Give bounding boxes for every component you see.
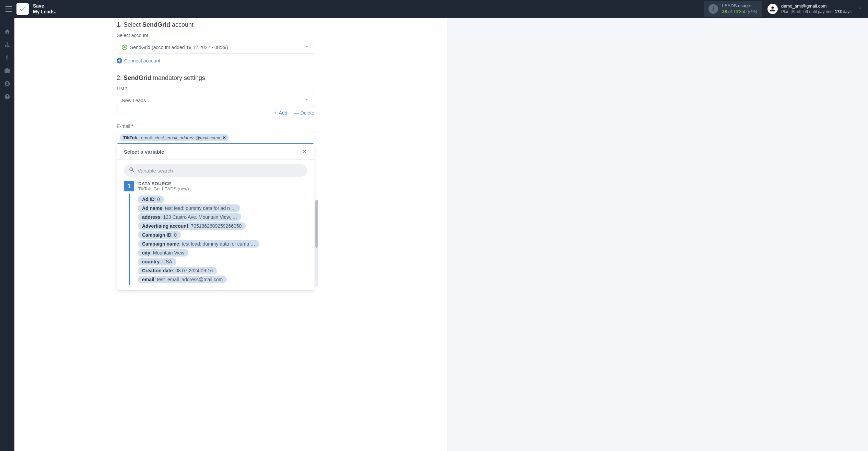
svg-rect-7: [9, 45, 10, 46]
scrollbar-thumb[interactable]: [315, 200, 318, 248]
menu-toggle-button[interactable]: [5, 6, 12, 12]
close-dropdown-button[interactable]: ✕: [302, 148, 307, 155]
variable-option[interactable]: Advertising account: 7051862609259266050: [138, 222, 246, 230]
user-menu[interactable]: demo_sml@gmail.com Plan |Start| left unt…: [767, 3, 863, 14]
user-info: demo_sml@gmail.com Plan |Start| left unt…: [781, 3, 852, 14]
section-1-title: 1. Select SendGrid account: [117, 21, 314, 28]
account-status-icon: [122, 45, 127, 50]
plus-icon: ＋: [273, 110, 278, 116]
datasource-title: DATA SOURCE: [138, 181, 189, 186]
app-header: Save My Leads. i LEADS usage: 28 of 13'8…: [0, 0, 868, 18]
svg-rect-2: [7, 46, 8, 47]
plus-circle-icon: +: [117, 58, 122, 63]
variable-list: Ad ID: 0Ad name: test lead: dummy data f…: [138, 195, 307, 283]
sitemap-icon[interactable]: [4, 41, 11, 48]
info-icon: i: [708, 4, 718, 14]
delete-link[interactable]: — Delete: [294, 110, 314, 116]
variable-search-input[interactable]: [138, 168, 302, 174]
header-right: i LEADS usage: 28 of 13'850 (0%) demo_sm…: [704, 1, 863, 17]
variable-option[interactable]: Ad ID: 0: [138, 195, 164, 203]
minus-icon: —: [294, 110, 299, 116]
scrollbar[interactable]: [315, 200, 318, 287]
account-select[interactable]: SendGrid (account added 19.12.2022 - 08:…: [117, 41, 314, 54]
list-label: List *: [117, 86, 314, 91]
account-label: Select account: [117, 33, 314, 38]
app-title: Save My Leads.: [33, 3, 56, 15]
variable-option[interactable]: address: 123 Castro Ave. Mountain View, …: [138, 213, 241, 221]
check-icon: [19, 5, 26, 13]
datasource-section: 1 DATA SOURCE TikTok: Get LEADS (new) Ad…: [117, 181, 314, 290]
chevron-down-icon: [304, 97, 309, 104]
add-link[interactable]: ＋ Add: [273, 110, 288, 116]
section-2-title: 2. SendGrid mandatory settings: [117, 74, 314, 82]
account-selected-value: SendGrid (account added 19.12.2022 - 08:…: [130, 45, 228, 50]
app-logo[interactable]: [16, 3, 29, 15]
remove-tag-button[interactable]: ✕: [222, 135, 226, 140]
content-card: 1. Select SendGrid account Select accoun…: [14, 18, 447, 451]
list-select[interactable]: New Leads: [117, 94, 314, 107]
svg-rect-6: [5, 45, 6, 46]
variable-tag: TikTok | email: «test_email_address@mail…: [120, 134, 229, 141]
list-selected-value: New Leads: [122, 98, 146, 103]
user-icon[interactable]: [4, 80, 11, 87]
variable-dropdown: Select a variable ✕ 1 DATA SOURCE: [117, 144, 314, 290]
usage-text: LEADS usage: 28 of 13'850 (0%): [722, 3, 757, 15]
list-actions: ＋ Add — Delete: [117, 110, 314, 116]
variable-option[interactable]: email: test_email_address@mail.com: [138, 276, 227, 283]
home-icon[interactable]: [4, 28, 11, 35]
sidebar-nav: [0, 18, 14, 451]
chevron-down-icon[interactable]: [858, 6, 863, 12]
briefcase-icon[interactable]: [4, 67, 11, 74]
avatar-icon: [767, 4, 778, 14]
datasource-number-badge: 1: [124, 181, 134, 191]
variable-option[interactable]: Campaign name: test lead: dummy data for…: [138, 240, 259, 248]
connect-account-link[interactable]: + Connect account: [117, 58, 160, 63]
usage-indicator[interactable]: i LEADS usage: 28 of 13'850 (0%): [704, 1, 762, 17]
header-left: Save My Leads.: [5, 3, 56, 15]
variable-search-box[interactable]: [124, 164, 307, 177]
dropdown-header: Select a variable ✕: [117, 144, 314, 160]
variable-option[interactable]: Campaign ID: 0: [138, 231, 181, 239]
search-icon: [129, 167, 135, 174]
datasource-subtitle: TikTok: Get LEADS (new): [138, 186, 189, 191]
email-input[interactable]: TikTok | email: «test_email_address@mail…: [117, 132, 314, 144]
dropdown-title: Select a variable: [124, 149, 164, 155]
variable-option[interactable]: Ad name: test lead: dummy data for ad n …: [138, 204, 240, 212]
svg-rect-5: [5, 45, 9, 46]
help-icon[interactable]: [4, 93, 11, 100]
variable-option[interactable]: Creation date: 08.07.2024 09:16: [138, 267, 217, 274]
email-label: E-mail *: [117, 123, 314, 129]
svg-rect-0: [7, 42, 8, 43]
svg-rect-4: [7, 43, 8, 45]
chevron-down-icon: [304, 44, 309, 50]
variable-option[interactable]: country: USA: [138, 258, 176, 265]
dollar-icon[interactable]: [4, 54, 11, 61]
variable-option[interactable]: city: Mountain View: [138, 249, 188, 257]
main-content: 1. Select SendGrid account Select accoun…: [14, 18, 868, 451]
